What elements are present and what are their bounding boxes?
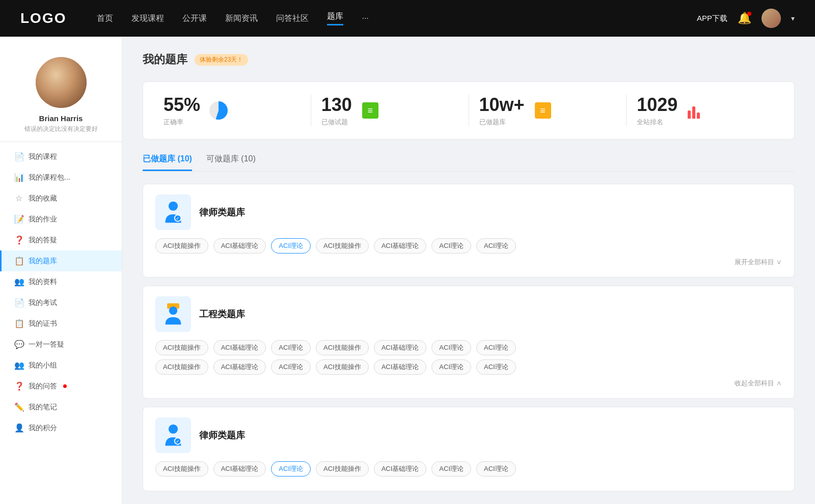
- sidebar-item-my-info[interactable]: 👥 我的资料: [0, 271, 122, 292]
- stat-value-done-questions: 130 已做试题: [321, 94, 352, 127]
- nav-discover[interactable]: 发现课程: [131, 13, 164, 24]
- profile-avatar[interactable]: [36, 57, 87, 108]
- lawyer-icon: ✓: [155, 194, 191, 230]
- sidebar-item-my-group[interactable]: 👥 我的小组: [0, 355, 122, 376]
- sidebar-item-one-on-one[interactable]: 💬 一对一答疑: [0, 334, 122, 355]
- answers-icon: ❓: [14, 381, 23, 391]
- tag-eng2-1[interactable]: ACI基础理论: [213, 359, 266, 375]
- main-layout: Brian Harris 错误的决定比没有决定要好 📄 我的课程 📊 我的课程包…: [0, 37, 815, 504]
- tab-done-banks[interactable]: 已做题库 (10): [143, 154, 192, 171]
- tag-lawyer2-5[interactable]: ACI理论: [431, 461, 471, 477]
- tag-lawyer2-4[interactable]: ACI基础理论: [374, 461, 427, 477]
- tag-eng1-1[interactable]: ACI基础理论: [213, 340, 266, 355]
- pie-chart-icon: [209, 101, 228, 120]
- tag-eng1-0[interactable]: ACI技能操作: [155, 340, 208, 355]
- sidebar-label: 我的问答: [29, 382, 57, 391]
- user-avatar[interactable]: [762, 9, 781, 28]
- tag-lawyer2-3[interactable]: ACI技能操作: [316, 461, 369, 477]
- nav-right-actions: APP下载 🔔 ▾: [697, 9, 795, 28]
- category-lawyer1: ✓ 律师类题库 ACI技能操作 ACI基础理论 ACI理论 ACI技能操作 AC…: [143, 184, 795, 277]
- sidebar-item-my-notes[interactable]: ✏️ 我的笔记: [0, 397, 122, 417]
- tag-eng2-2[interactable]: ACI理论: [271, 359, 311, 375]
- tag-lawyer1-2[interactable]: ACI理论: [271, 238, 311, 254]
- tag-lawyer2-0[interactable]: ACI技能操作: [155, 461, 208, 477]
- svg-point-0: [169, 202, 178, 211]
- question-icon: ❓: [14, 235, 23, 245]
- done-banks-icon: ≡: [532, 99, 554, 122]
- package-icon: 📊: [14, 173, 23, 182]
- info-icon: 👥: [14, 277, 23, 287]
- tab-available-banks[interactable]: 可做题库 (10): [206, 154, 256, 171]
- engineer-figure-svg: [160, 301, 186, 327]
- engineer-icon: [155, 296, 191, 332]
- nav-home[interactable]: 首页: [97, 13, 113, 24]
- homework-icon: 📝: [14, 214, 23, 224]
- user-menu-chevron[interactable]: ▾: [791, 14, 795, 22]
- category-header-lawyer2: ✓ 律师类题库: [155, 417, 782, 453]
- sidebar-item-my-questions[interactable]: ❓ 我的答疑: [0, 230, 122, 250]
- sidebar-item-my-points[interactable]: 👤 我的积分: [0, 417, 122, 438]
- group-icon: 👥: [14, 360, 23, 370]
- stat-value-accuracy: 55% 正确率: [164, 94, 200, 127]
- sidebar-item-my-packages[interactable]: 📊 我的课程包...: [0, 167, 122, 188]
- tags-row-lawyer2: ACI技能操作 ACI基础理论 ACI理论 ACI技能操作 ACI基础理论 AC…: [155, 461, 782, 477]
- tag-eng2-3[interactable]: ACI技能操作: [316, 359, 369, 375]
- sidebar-label: 一对一答疑: [29, 340, 64, 349]
- stat-accuracy: 55% 正确率: [153, 94, 311, 127]
- lawyer2-figure-svg: ✓: [160, 423, 186, 448]
- tag-eng1-3[interactable]: ACI技能操作: [316, 340, 369, 355]
- nav-bank[interactable]: 题库: [327, 11, 343, 25]
- sidebar-item-my-favorites[interactable]: ☆ 我的收藏: [0, 188, 122, 209]
- sidebar-item-my-bank[interactable]: 📋 我的题库: [0, 250, 122, 271]
- nav-news[interactable]: 新闻资讯: [225, 13, 258, 24]
- tag-lawyer1-0[interactable]: ACI技能操作: [155, 238, 208, 254]
- profile-name: Brian Harris: [39, 114, 83, 123]
- tag-lawyer1-4[interactable]: ACI基础理论: [374, 238, 427, 254]
- site-rank-icon: [685, 99, 707, 122]
- tag-eng2-6[interactable]: ACI理论: [476, 359, 516, 375]
- tag-lawyer1-3[interactable]: ACI技能操作: [316, 238, 369, 254]
- tag-lawyer1-5[interactable]: ACI理论: [431, 238, 471, 254]
- avatar-image: [762, 9, 781, 28]
- page-title: 我的题库: [143, 52, 187, 67]
- sidebar-label: 我的考试: [29, 298, 57, 307]
- top-navigation: LOGO 首页 发现课程 公开课 新闻资讯 问答社区 题库 ··· APP下载 …: [0, 0, 815, 37]
- tag-lawyer1-1[interactable]: ACI基础理论: [213, 238, 266, 254]
- bar2: [692, 106, 695, 119]
- notification-bell[interactable]: 🔔: [738, 12, 751, 25]
- stat-done-questions: 130 已做试题 ≡: [311, 94, 469, 127]
- sidebar-item-my-answers[interactable]: ❓ 我的问答: [0, 376, 122, 397]
- tag-eng1-2[interactable]: ACI理论: [271, 340, 311, 355]
- tag-eng1-6[interactable]: ACI理论: [476, 340, 516, 355]
- tag-eng2-4[interactable]: ACI基础理论: [374, 359, 427, 375]
- sidebar-label: 我的课程: [29, 152, 57, 161]
- logo[interactable]: LOGO: [20, 10, 66, 26]
- tag-eng2-5[interactable]: ACI理论: [431, 359, 471, 375]
- nav-open-course[interactable]: 公开课: [182, 13, 207, 24]
- sidebar-profile: Brian Harris 错误的决定比没有决定要好: [0, 47, 122, 142]
- tag-lawyer2-6[interactable]: ACI理论: [476, 461, 516, 477]
- category-title-engineer1: 工程类题库: [199, 308, 245, 320]
- tag-eng1-5[interactable]: ACI理论: [431, 340, 471, 355]
- sidebar-item-my-exam[interactable]: 📄 我的考试: [0, 292, 122, 313]
- tag-eng2-0[interactable]: ACI技能操作: [155, 359, 208, 375]
- tag-lawyer1-6[interactable]: ACI理论: [476, 238, 516, 254]
- expand-link-lawyer1[interactable]: 展开全部科目 ∨: [155, 258, 782, 267]
- question-bank-tabs: 已做题库 (10) 可做题库 (10): [143, 154, 795, 172]
- stats-row: 55% 正确率 130 已做试题 ≡ 10w+ 已做题库: [143, 81, 795, 139]
- sidebar: Brian Harris 错误的决定比没有决定要好 📄 我的课程 📊 我的课程包…: [0, 37, 122, 504]
- answers-notification-dot: [63, 384, 67, 388]
- tag-lawyer2-1[interactable]: ACI基础理论: [213, 461, 266, 477]
- favorite-icon: ☆: [14, 193, 23, 203]
- nav-qa[interactable]: 问答社区: [276, 13, 309, 24]
- tags-row-lawyer1: ACI技能操作 ACI基础理论 ACI理论 ACI技能操作 ACI基础理论 AC…: [155, 238, 782, 254]
- app-download-button[interactable]: APP下载: [697, 14, 727, 23]
- tag-lawyer2-2[interactable]: ACI理论: [271, 461, 311, 477]
- course-icon: 📄: [14, 152, 23, 161]
- sidebar-item-my-cert[interactable]: 📋 我的证书: [0, 313, 122, 334]
- sidebar-item-my-homework[interactable]: 📝 我的作业: [0, 209, 122, 230]
- sidebar-item-my-courses[interactable]: 📄 我的课程: [0, 146, 122, 167]
- nav-more[interactable]: ···: [362, 14, 368, 23]
- expand-link-engineer1[interactable]: 收起全部科目 ∧: [155, 379, 782, 388]
- tag-eng1-4[interactable]: ACI基础理论: [374, 340, 427, 355]
